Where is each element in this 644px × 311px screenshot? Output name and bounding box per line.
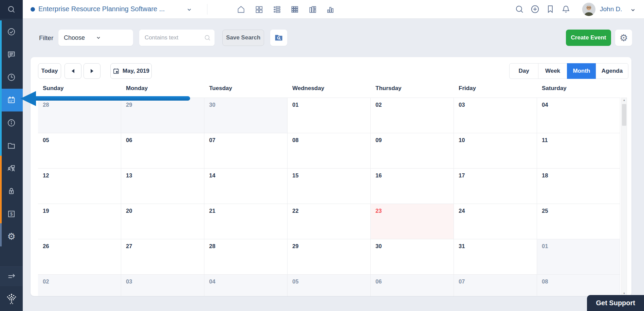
date-number: 10	[459, 137, 465, 143]
calendar-cell[interactable]: 20	[121, 204, 204, 239]
sidebar-strip-slate	[0, 223, 2, 246]
calendar-cell[interactable]: 09	[371, 133, 454, 169]
bookmark-icon[interactable]	[546, 4, 555, 14]
calendar-cell[interactable]: 02	[38, 275, 121, 296]
calendar-cell[interactable]: 01	[288, 98, 371, 133]
scroll-up-icon[interactable]: ▲	[622, 99, 627, 102]
calendar-cell[interactable]: 25	[537, 204, 620, 239]
date-number: 29	[292, 243, 298, 249]
sidebar-item-calendar[interactable]	[0, 89, 23, 111]
user-name[interactable]: John D.	[600, 5, 622, 13]
list-view-icon[interactable]	[272, 5, 281, 14]
date-number: 27	[126, 243, 132, 249]
filter-choose-dropdown[interactable]: Choose	[58, 30, 133, 46]
save-search-button[interactable]: Save Search	[222, 30, 264, 46]
calendar-cell[interactable]: 21	[204, 204, 288, 239]
sidebar-item-documents[interactable]	[0, 134, 23, 157]
calendar-cell[interactable]: 22	[288, 204, 371, 239]
view-tab-day[interactable]: Day	[509, 63, 538, 79]
calendar-cell[interactable]: 06	[121, 133, 204, 169]
sidebar-item-info[interactable]	[0, 111, 23, 134]
calendar-cell[interactable]: 13	[121, 169, 204, 204]
header-search-icon[interactable]	[515, 4, 524, 14]
calendar-cell[interactable]: 18	[537, 169, 620, 204]
calendar-cell[interactable]: 28	[38, 98, 121, 133]
user-chevron-down-icon[interactable]	[630, 7, 636, 13]
calendar-cell[interactable]: 06	[371, 275, 454, 296]
calendar-cell[interactable]: 05	[288, 275, 371, 296]
sidebar-item-history[interactable]	[0, 66, 23, 89]
day-header: Monday	[121, 85, 204, 92]
scroll-down-icon[interactable]: ▼	[622, 292, 627, 295]
month-grid: 2829300102030405060708091011121314151617…	[38, 98, 621, 296]
dashboard-grid-icon[interactable]	[254, 5, 263, 14]
calendar-cell-today[interactable]: 23	[371, 204, 454, 239]
calendar-settings-button[interactable]: ⚙	[615, 30, 632, 46]
today-button[interactable]: Today	[38, 63, 61, 79]
calendar-cell[interactable]: 17	[454, 169, 537, 204]
calendar-cell[interactable]: 24	[454, 204, 537, 239]
calendar-cell[interactable]: 01	[537, 239, 620, 275]
calendar-cell[interactable]: 02	[371, 98, 454, 133]
sidebar-item-tasks[interactable]	[0, 20, 23, 43]
calendar-cell[interactable]: 04	[204, 275, 288, 296]
view-tab-agenda[interactable]: Agenda	[596, 63, 628, 79]
date-picker-button[interactable]: May, 2019	[110, 63, 152, 79]
kanban-columns-icon[interactable]	[308, 5, 317, 14]
calendar-cell[interactable]: 10	[454, 133, 537, 169]
home-icon[interactable]	[236, 5, 245, 14]
calendar-scrollbar[interactable]: ▲ ▼	[621, 98, 627, 296]
date-number: 03	[126, 278, 132, 284]
calendar-cell[interactable]: 03	[454, 98, 537, 133]
calendar-cell[interactable]: 29	[121, 98, 204, 133]
calendar-cell[interactable]: 04	[537, 98, 620, 133]
sidebar-item-messages[interactable]	[0, 43, 23, 66]
calendar-cell[interactable]: 16	[371, 169, 454, 204]
sidebar-item-settings[interactable]: ⚙	[0, 225, 23, 248]
day-header: Saturday	[537, 85, 620, 92]
calendar-cell[interactable]: 30	[371, 239, 454, 275]
calendar-cell[interactable]: 14	[204, 169, 288, 204]
calendar-cell[interactable]: 03	[121, 275, 204, 296]
calendar-cell[interactable]: 08	[537, 275, 620, 296]
calendar-cell[interactable]: 07	[204, 133, 288, 169]
calendar-cell[interactable]: 28	[204, 239, 288, 275]
calendar-cell[interactable]: 26	[38, 239, 121, 275]
calendar-cell[interactable]: 05	[38, 133, 121, 169]
calendar-cell[interactable]: 07	[454, 275, 537, 296]
view-tab-month[interactable]: Month	[567, 63, 596, 79]
contains-text-input[interactable]	[139, 30, 215, 46]
add-circle-icon[interactable]	[530, 4, 540, 14]
get-support-button[interactable]: Get Support	[587, 295, 644, 311]
calendar-cell[interactable]: 15	[288, 169, 371, 204]
app-logo[interactable]	[0, 286, 23, 311]
bar-chart-icon[interactable]	[326, 5, 335, 14]
calendar-cell[interactable]: 27	[121, 239, 204, 275]
modules-grid-icon[interactable]	[290, 5, 299, 14]
saved-searches-button[interactable]	[270, 30, 287, 46]
notifications-bell-icon[interactable]	[561, 4, 571, 14]
user-avatar[interactable]	[582, 3, 595, 16]
prev-month-button[interactable]	[65, 63, 81, 79]
filter-choose-value: Choose	[64, 34, 96, 41]
calendar-cell[interactable]: 12	[38, 169, 121, 204]
calendar-cell[interactable]: 11	[537, 133, 620, 169]
date-number: 04	[209, 278, 215, 284]
sidebar-item-org-chart[interactable]	[0, 157, 23, 180]
calendar-cell[interactable]: 19	[38, 204, 121, 239]
sidebar-collapse-button[interactable]	[0, 266, 23, 286]
sidebar-item-finance[interactable]: $	[0, 203, 23, 225]
scrollbar-thumb[interactable]	[622, 104, 626, 126]
calendar-cell[interactable]: 29	[288, 239, 371, 275]
calendar-cell[interactable]: 31	[454, 239, 537, 275]
create-event-button[interactable]: Create Event	[566, 30, 611, 46]
calendar-cell[interactable]: 08	[288, 133, 371, 169]
sidebar-search-button[interactable]	[0, 0, 23, 19]
sidebar-item-security[interactable]	[0, 180, 23, 203]
next-month-button[interactable]	[84, 63, 100, 79]
title-chevron-down-icon[interactable]	[186, 7, 192, 13]
view-tab-week[interactable]: Week	[538, 63, 567, 79]
day-header: Wednesday	[288, 85, 371, 92]
calendar-cell[interactable]: 30	[204, 98, 288, 133]
app-title[interactable]: Enterprise Resource Planning Software ..…	[38, 5, 165, 13]
